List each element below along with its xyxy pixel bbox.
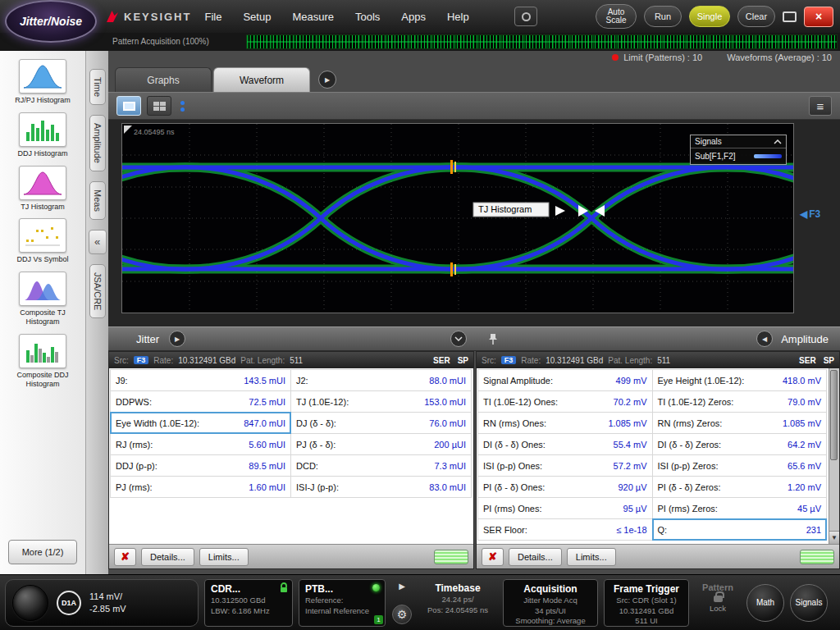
waveform-menu-button[interactable]: ≡	[809, 96, 832, 116]
ser-toggle[interactable]: SER	[433, 356, 450, 365]
measurement-cell[interactable]: PI (rms) Ones:95 µV	[477, 497, 653, 519]
single-button[interactable]: Single	[689, 6, 730, 27]
sidebar-item-ddj-histogram[interactable]: DDJ Histogram	[2, 112, 83, 158]
measurement-cell[interactable]: SER Floor:≤ 1e-18	[477, 518, 653, 541]
measurement-cell[interactable]: TI (1.0E-12) Zeros:79.0 mV	[652, 390, 828, 413]
channel-offset[interactable]: -2.85 mV	[89, 604, 126, 614]
measurement-cell[interactable]: DDJ (p-p):89.5 mUI	[110, 454, 291, 477]
measurement-cell[interactable]: PJ (rms):1.60 mUI	[110, 476, 291, 498]
measurement-cell[interactable]: PI (δ - δ) Ones:920 µV	[477, 476, 653, 498]
overlay-dots-icon[interactable]	[180, 101, 185, 112]
amplitude-details-button[interactable]: Details...	[509, 548, 562, 566]
amplitude-limits-button[interactable]: Limits...	[567, 548, 616, 566]
menu-setup[interactable]: Setup	[243, 11, 271, 23]
measurement-cell[interactable]: PJ (δ - δ):200 µUI	[290, 433, 472, 455]
channel-badge[interactable]: D1A	[57, 591, 81, 615]
sidebar-collapse-button[interactable]: «	[89, 230, 107, 254]
settings-button[interactable]: ⚙	[392, 605, 412, 624]
measurement-cell[interactable]: TI (1.0E-12) Ones:70.2 mV	[477, 390, 653, 413]
signals-legend[interactable]: Signals Sub[F1,F2]	[690, 135, 787, 165]
sidebar-tab-jsacre[interactable]: JSA/CRE	[89, 264, 106, 318]
sidebar-tab-meas[interactable]: Meas	[89, 181, 106, 220]
timebase-panel[interactable]: Timebase 24.24 ps/ Pos: 24.05495 ns	[418, 579, 497, 627]
menu-help[interactable]: Help	[447, 11, 469, 23]
clear-button[interactable]: Clear	[737, 6, 775, 27]
front-panel-knob[interactable]	[12, 585, 48, 621]
signals-button[interactable]: Signals	[790, 584, 828, 622]
jitter-expand-button[interactable]: ▶	[169, 331, 185, 347]
sp-toggle[interactable]: SP	[824, 356, 834, 365]
measurement-cell[interactable]: ISI (p-p) Zeros:65.6 mV	[652, 454, 828, 477]
source-badge[interactable]: F3	[134, 356, 149, 364]
sidebar-tab-time[interactable]: Time	[89, 69, 106, 105]
amplitude-back-button[interactable]: ◀	[756, 331, 773, 347]
tab-waveform[interactable]: Waveform	[213, 67, 310, 92]
panel-next-arrow-icon[interactable]: ▶	[399, 582, 405, 591]
sp-toggle[interactable]: SP	[458, 356, 468, 365]
measurement-cell[interactable]: Eye Height (1.0E-12):418.0 mV	[652, 369, 828, 391]
source-badge[interactable]: F3	[501, 356, 517, 364]
scroll-down-button[interactable]: ▼	[829, 531, 839, 544]
measurement-cell[interactable]: RJ (rms):5.60 mUI	[110, 433, 291, 455]
measurement-cell[interactable]: J9:143.5 mUI	[110, 369, 291, 391]
jitter-remove-button[interactable]: ✘	[114, 548, 136, 566]
menu-apps[interactable]: Apps	[401, 11, 426, 23]
channel-scale[interactable]: 114 mV/	[89, 591, 126, 601]
grid-display-button[interactable]	[147, 96, 171, 116]
pattern-lock-panel[interactable]: Pattern Lock	[695, 579, 741, 627]
window-restore-icon[interactable]	[783, 11, 797, 22]
source-marker-f3[interactable]: ◀ F3	[800, 208, 820, 220]
cdr-panel[interactable]: CDR... 10.312500 GBd LBW: 6.186 MHz	[204, 579, 293, 627]
measurement-cell[interactable]: PI (δ - δ) Zeros:1.20 mV	[652, 476, 828, 498]
legend-header[interactable]: Signals	[691, 135, 786, 148]
run-button[interactable]: Run	[644, 6, 682, 27]
measurement-cell[interactable]: RN (rms) Zeros:1.085 mV	[652, 412, 828, 434]
measurement-cell[interactable]: DCD:7.3 mUI	[290, 454, 472, 477]
amplitude-scrollbar[interactable]: ▼	[829, 368, 839, 544]
measurement-cell[interactable]: J2:88.0 mUI	[290, 369, 472, 391]
legend-entry[interactable]: Sub[F1,F2]	[691, 148, 786, 164]
measurement-cell[interactable]: DI (δ - δ) Zeros:64.2 mV	[652, 433, 828, 455]
menu-tools[interactable]: Tools	[355, 11, 380, 23]
frame-trigger-panel[interactable]: Frame Trigger Src: CDR (Slot 1) 10.31249…	[604, 579, 689, 627]
ser-toggle[interactable]: SER	[799, 356, 816, 365]
status-led-icon	[372, 584, 380, 591]
sidebar-tab-amplitude[interactable]: Amplitude	[89, 115, 106, 171]
measurement-cell[interactable]: RN (rms) Ones:1.085 mV	[477, 412, 653, 434]
measurement-cell[interactable]: Signal Amplitude:499 mV	[477, 369, 653, 391]
measurement-cell[interactable]: ISI-J (p-p):83.0 mUI	[290, 476, 472, 498]
sidebar-item-ddj-vs-symbol[interactable]: DDJ Vs Symbol	[2, 218, 83, 264]
close-button[interactable]: ×	[804, 7, 833, 27]
jitter-details-button[interactable]: Details...	[141, 548, 194, 566]
math-button[interactable]: Math	[746, 584, 784, 622]
waveform-tab-expand-button[interactable]: ▶	[318, 71, 336, 89]
amplitude-remove-button[interactable]: ✘	[482, 548, 504, 566]
menu-measure[interactable]: Measure	[292, 11, 334, 23]
measurement-cell[interactable]: DI (δ - δ) Ones:55.4 mV	[477, 433, 653, 455]
measurement-cell[interactable]: DDPWS:72.5 mUI	[110, 390, 291, 413]
measurement-cell[interactable]: TJ (1.0E-12):153.0 mUI	[290, 390, 472, 413]
menu-file[interactable]: File	[204, 11, 221, 23]
eye-diagram-plot[interactable]: 24.05495 ns TJ Histogram Signals	[121, 123, 794, 313]
sidebar-item-tj-histogram[interactable]: TJ Histogram	[2, 166, 83, 212]
sidebar-item-rjpj-histogram[interactable]: RJ/PJ Histogram	[2, 59, 83, 105]
screenshot-button[interactable]	[514, 7, 537, 26]
sidebar-item-composite-ddj-histogram[interactable]: Composite DDJ Histogram	[2, 334, 83, 389]
measurement-cell[interactable]: DJ (δ - δ):76.0 mUI	[290, 412, 472, 434]
jitter-limits-button[interactable]: Limits...	[199, 548, 249, 566]
single-display-button[interactable]	[116, 96, 141, 116]
ptb-panel[interactable]: PTB... Reference: Internal Reference 1	[299, 579, 386, 627]
collapse-results-button[interactable]	[450, 331, 467, 347]
measurement-cell[interactable]: Eye Width (1.0E-12):847.0 mUI	[110, 412, 291, 434]
measurement-cell[interactable]: ISI (p-p) Ones:57.2 mV	[477, 454, 653, 477]
tab-graphs[interactable]: Graphs	[115, 67, 212, 92]
scrollbar-track[interactable]	[829, 368, 839, 531]
acquisition-panel[interactable]: Acquisition Jitter Mode Acq 34 pts/UI Sm…	[503, 579, 598, 627]
scrollbar-thumb[interactable]	[830, 370, 838, 460]
sidebar-item-composite-tj-histogram[interactable]: Composite TJ Histogram	[2, 272, 83, 326]
measurement-cell[interactable]: Q:231	[652, 518, 828, 541]
measurement-cell[interactable]: PI (rms) Zeros:45 µV	[652, 497, 828, 519]
more-measurements-button[interactable]: More (1/2)	[8, 540, 77, 564]
auto-scale-button[interactable]: Auto Scale	[596, 4, 637, 29]
pin-icon[interactable]	[488, 333, 498, 345]
